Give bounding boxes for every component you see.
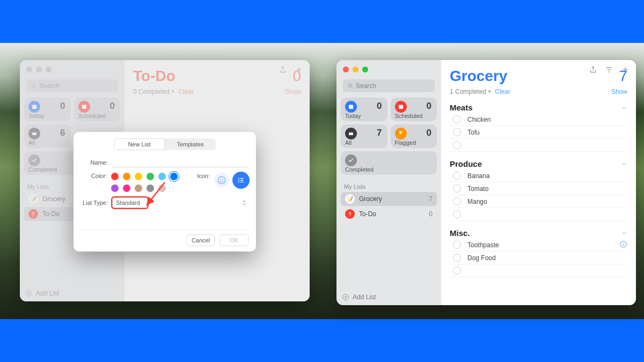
reminder-title: Banana bbox=[467, 172, 489, 180]
tile-label: Completed bbox=[345, 166, 374, 173]
color-swatch[interactable] bbox=[170, 173, 178, 180]
icon-label: Icon: bbox=[189, 173, 210, 179]
reminder-title: Tofu bbox=[467, 129, 480, 136]
tile-count: 0 bbox=[377, 101, 382, 112]
color-row: Color: Icon: bbox=[81, 173, 248, 192]
color-swatch[interactable] bbox=[158, 173, 166, 180]
svg-rect-18 bbox=[349, 105, 353, 109]
svg-point-9 bbox=[238, 178, 239, 179]
smiley-icon bbox=[217, 175, 226, 185]
checkbox[interactable] bbox=[453, 128, 461, 136]
sidebar-item-todo[interactable]: ‼ To-Do 0 bbox=[341, 207, 437, 221]
section-title: Produce bbox=[450, 159, 482, 168]
reminder-title: Chicken bbox=[467, 116, 491, 123]
sidebar-item-grocery[interactable]: 📝 Grocery 7 bbox=[341, 192, 437, 206]
tile-today[interactable]: 0 Today bbox=[341, 98, 387, 121]
checkbox[interactable] bbox=[453, 254, 461, 262]
color-swatch[interactable] bbox=[111, 173, 119, 180]
name-input[interactable] bbox=[112, 158, 248, 167]
reminder-row[interactable] bbox=[450, 208, 627, 221]
color-swatches bbox=[111, 173, 178, 192]
add-list-button[interactable]: Add List bbox=[342, 293, 376, 301]
reminder-row[interactable]: Tomato bbox=[450, 182, 627, 195]
section: Misc.ToothpasteDog Food bbox=[450, 228, 627, 277]
color-swatch[interactable] bbox=[123, 173, 130, 180]
svg-rect-19 bbox=[399, 105, 403, 109]
svg-line-17 bbox=[352, 87, 353, 88]
checkbox[interactable] bbox=[453, 172, 461, 180]
share-icon[interactable] bbox=[589, 65, 597, 74]
clear-button[interactable]: Clear bbox=[495, 88, 510, 95]
traffic-close[interactable] bbox=[343, 67, 349, 72]
tile-flagged[interactable]: 0 Flagged bbox=[391, 124, 437, 148]
icon-choice-list[interactable] bbox=[233, 173, 248, 188]
color-swatch[interactable] bbox=[135, 184, 142, 192]
traffic-max[interactable] bbox=[362, 67, 368, 72]
color-swatch[interactable] bbox=[123, 184, 130, 192]
svg-point-8 bbox=[223, 179, 224, 180]
color-swatch[interactable] bbox=[135, 173, 142, 180]
chevron-updown-icon bbox=[242, 200, 246, 206]
section-title: Misc. bbox=[450, 228, 470, 238]
reminder-row[interactable]: Banana bbox=[450, 169, 627, 182]
add-icon[interactable] bbox=[621, 65, 630, 74]
calendar-icon bbox=[395, 101, 407, 113]
checkbox[interactable] bbox=[453, 115, 461, 123]
reminder-row[interactable]: Mango bbox=[450, 195, 627, 208]
sidebar: Search 0 Today 0 Scheduled 7 All 0 Flagg… bbox=[336, 60, 441, 305]
tab-templates[interactable]: Templates bbox=[165, 138, 216, 150]
ok-button[interactable]: OK bbox=[219, 234, 248, 246]
name-label: Name: bbox=[81, 159, 108, 166]
reminder-title: Mango bbox=[467, 198, 487, 205]
traffic-min[interactable] bbox=[353, 67, 358, 72]
section-title: Meats bbox=[450, 103, 473, 112]
sections: MeatsChickenTofuProduceBananaTomatoMango… bbox=[450, 95, 627, 277]
section-header[interactable]: Produce bbox=[450, 159, 627, 169]
color-swatch[interactable] bbox=[111, 184, 119, 192]
checkbox[interactable] bbox=[453, 197, 461, 205]
reminder-row[interactable]: Toothpaste bbox=[450, 239, 627, 252]
tab-new-list[interactable]: New List bbox=[114, 138, 165, 150]
reminder-title: Toothpaste bbox=[467, 241, 499, 249]
checkbox[interactable] bbox=[453, 210, 461, 218]
show-button[interactable]: Show bbox=[611, 88, 627, 95]
reminder-row[interactable] bbox=[450, 264, 627, 277]
tile-label: Today bbox=[345, 113, 361, 119]
color-swatch[interactable] bbox=[147, 184, 154, 192]
tile-count: 0 bbox=[427, 128, 431, 138]
listtype-row: List Type: Standard bbox=[81, 197, 248, 208]
my-lists-header: My Lists bbox=[344, 183, 434, 190]
svg-rect-13 bbox=[240, 180, 244, 180]
tile-label: All bbox=[345, 139, 352, 146]
reminder-row[interactable]: Dog Food bbox=[450, 252, 627, 264]
reminder-row[interactable]: Chicken bbox=[450, 113, 627, 126]
chevron-down-icon bbox=[621, 230, 627, 237]
color-swatch[interactable] bbox=[147, 173, 154, 180]
listtype-select[interactable]: Standard bbox=[112, 197, 148, 208]
section-header[interactable]: Misc. bbox=[450, 228, 627, 239]
svg-point-10 bbox=[238, 180, 239, 181]
cancel-button[interactable]: Cancel bbox=[186, 234, 215, 246]
checkbox[interactable] bbox=[453, 141, 461, 149]
checkbox[interactable] bbox=[453, 267, 461, 275]
reminder-row[interactable] bbox=[450, 139, 627, 152]
tile-completed[interactable]: Completed bbox=[341, 151, 437, 175]
section-header[interactable]: Meats bbox=[450, 103, 627, 113]
info-button[interactable] bbox=[619, 240, 627, 250]
checkbox[interactable] bbox=[453, 184, 461, 193]
reminder-row[interactable]: Tofu bbox=[450, 126, 627, 139]
svg-point-11 bbox=[238, 181, 239, 182]
checkbox[interactable] bbox=[453, 241, 461, 249]
sidebar-item-count: 0 bbox=[429, 210, 433, 218]
tile-all[interactable]: 7 All bbox=[341, 124, 387, 148]
search-input[interactable]: Search bbox=[343, 79, 435, 92]
subheader: 1 Completed • Clear Show bbox=[450, 88, 627, 95]
filter-icon[interactable] bbox=[605, 65, 613, 74]
color-swatch[interactable] bbox=[158, 184, 166, 192]
tile-count: 7 bbox=[377, 128, 382, 138]
icon-choice-smiley[interactable] bbox=[214, 173, 229, 188]
sidebar-item-label: To-Do bbox=[359, 210, 376, 218]
check-icon bbox=[345, 154, 357, 166]
tile-scheduled[interactable]: 0 Scheduled bbox=[391, 98, 437, 121]
svg-point-16 bbox=[348, 84, 352, 87]
